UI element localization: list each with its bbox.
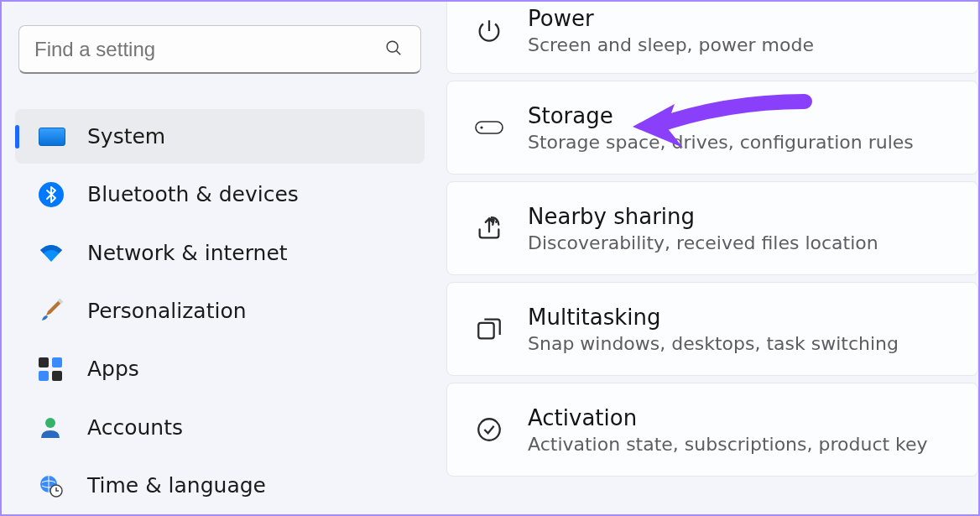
sidebar-item-label: Personalization <box>87 299 247 323</box>
card-title: Storage <box>528 103 914 128</box>
setting-card-multitasking[interactable]: Multitasking Snap windows, desktops, tas… <box>446 282 978 376</box>
card-title: Activation <box>528 405 928 430</box>
svg-point-0 <box>387 41 398 52</box>
card-title: Multitasking <box>528 305 899 330</box>
sidebar-item-apps[interactable]: Apps <box>15 341 425 396</box>
sidebar-item-system[interactable]: System <box>15 109 425 164</box>
sidebar-item-label: Bluetooth & devices <box>87 182 299 206</box>
svg-point-9 <box>478 419 500 440</box>
apps-grid-icon <box>39 357 70 381</box>
system-icon <box>39 128 70 146</box>
sidebar-item-label: Accounts <box>87 415 183 440</box>
card-subtitle: Activation state, subscriptions, product… <box>528 434 928 455</box>
svg-point-3 <box>45 418 55 428</box>
card-title: Nearby sharing <box>528 204 878 229</box>
svg-point-7 <box>480 126 482 128</box>
sidebar-item-bluetooth[interactable]: Bluetooth & devices <box>15 167 425 222</box>
setting-card-nearby[interactable]: Nearby sharing Discoverability, received… <box>446 181 978 275</box>
card-subtitle: Screen and sleep, power mode <box>528 34 814 55</box>
card-text: Activation Activation state, subscriptio… <box>528 405 928 455</box>
storage-icon <box>471 118 508 137</box>
sidebar-item-label: Time & language <box>87 473 266 498</box>
card-title: Power <box>528 6 814 31</box>
power-icon <box>471 17 508 45</box>
sidebar-item-accounts[interactable]: Accounts <box>15 399 425 454</box>
sidebar-item-label: System <box>87 124 165 149</box>
settings-sidebar: System Bluetooth & devices Network & int… <box>2 2 438 514</box>
bluetooth-icon <box>39 182 70 207</box>
wifi-icon <box>39 243 70 262</box>
card-subtitle: Storage space, drives, configuration rul… <box>528 132 914 153</box>
share-icon <box>471 214 508 242</box>
sidebar-item-network[interactable]: Network & internet <box>15 226 425 280</box>
setting-card-activation[interactable]: Activation Activation state, subscriptio… <box>446 383 978 477</box>
card-subtitle: Snap windows, desktops, task switching <box>528 333 899 354</box>
svg-line-1 <box>396 50 400 55</box>
setting-card-storage[interactable]: Storage Storage space, drives, configura… <box>446 81 978 175</box>
card-subtitle: Discoverability, received files location <box>528 232 878 253</box>
sidebar-item-time[interactable]: Time & language <box>15 458 425 513</box>
multitask-icon <box>471 315 508 343</box>
card-text: Multitasking Snap windows, desktops, tas… <box>528 305 899 354</box>
clock-globe-icon <box>39 472 70 498</box>
settings-main-panel: Power Screen and sleep, power mode Stora… <box>438 2 978 514</box>
search-icon <box>384 39 403 60</box>
search-field-wrap <box>18 25 421 74</box>
sidebar-item-personalization[interactable]: Personalization <box>15 284 425 338</box>
check-circle-icon <box>471 415 508 444</box>
svg-rect-6 <box>476 122 503 133</box>
person-icon <box>39 415 70 439</box>
card-text: Storage Storage space, drives, configura… <box>528 103 914 153</box>
card-text: Power Screen and sleep, power mode <box>528 6 814 55</box>
paintbrush-icon <box>39 298 70 323</box>
card-text: Nearby sharing Discoverability, received… <box>528 204 878 253</box>
sidebar-item-label: Apps <box>87 357 139 381</box>
search-input[interactable] <box>18 25 421 74</box>
setting-card-power[interactable]: Power Screen and sleep, power mode <box>446 2 978 74</box>
svg-rect-8 <box>478 323 493 338</box>
sidebar-item-label: Network & internet <box>87 241 288 265</box>
